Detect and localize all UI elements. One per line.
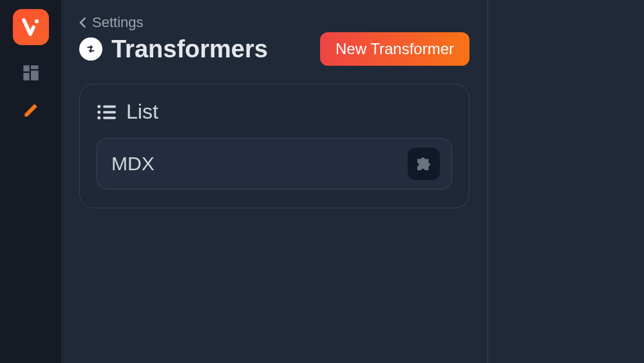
svg-point-0 (35, 19, 39, 23)
list-icon (97, 103, 116, 121)
plugin-badge (408, 148, 440, 180)
puzzle-icon (414, 154, 433, 173)
page-title-wrap: Transformers (79, 35, 268, 63)
svg-rect-11 (103, 116, 116, 119)
sidebar-item-dashboard[interactable] (21, 63, 41, 83)
breadcrumb-parent: Settings (92, 14, 144, 31)
transformer-name: MDX (111, 153, 155, 175)
svg-rect-9 (103, 111, 116, 113)
app-logo[interactable] (13, 9, 49, 45)
main-panel: Settings Transformers New Transformer (61, 0, 488, 363)
svg-point-10 (97, 116, 100, 119)
svg-rect-7 (103, 105, 116, 108)
svg-rect-1 (23, 65, 29, 71)
swap-icon (84, 42, 98, 56)
chevron-left-icon (79, 17, 87, 28)
svg-point-6 (97, 104, 100, 108)
logo-v-icon (19, 15, 43, 39)
detail-panel (488, 0, 644, 363)
svg-rect-4 (23, 73, 29, 81)
page-title: Transformers (111, 35, 268, 63)
new-transformer-button[interactable]: New Transformer (320, 32, 469, 66)
sidebar-item-edit[interactable] (21, 101, 41, 120)
breadcrumb[interactable]: Settings (79, 14, 469, 31)
transformers-list-card: List MDX (79, 84, 469, 208)
svg-point-8 (97, 110, 100, 113)
card-title: List (126, 100, 158, 124)
svg-rect-3 (31, 71, 39, 81)
svg-rect-2 (31, 65, 39, 69)
transformer-item[interactable]: MDX (97, 138, 452, 190)
sidebar (0, 0, 61, 363)
page-header: Transformers New Transformer (79, 32, 469, 66)
card-header: List (97, 100, 452, 124)
grid-icon (22, 64, 40, 82)
transformers-icon (79, 37, 102, 61)
pencil-icon (23, 102, 39, 119)
